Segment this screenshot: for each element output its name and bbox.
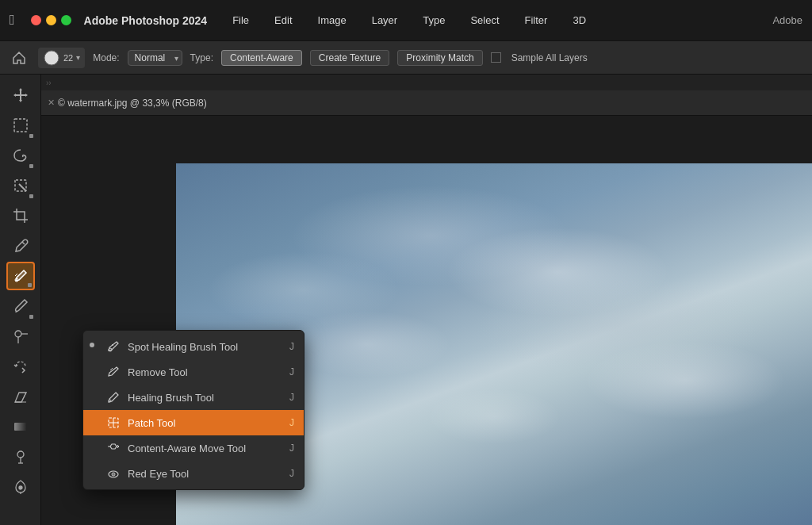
patch-tool-menu-item[interactable]: Patch Tool J [83,410,304,435]
spot-healing-icon [105,339,121,354]
remove-tool-icon [105,364,121,380]
tool-indicator [29,134,33,138]
eraser-tool-button[interactable] [6,382,35,411]
panel-collapse-icon[interactable]: ›› [46,79,52,87]
spot-healing-brush-label: Spot Healing Brush Tool [128,341,238,353]
healing-brush-shortcut: J [289,392,294,403]
dodge-tool-button[interactable] [6,443,35,471]
tool-indicator [29,315,33,319]
svg-point-7 [19,486,22,489]
remove-tool-shortcut: J [289,366,294,377]
spot-healing-shortcut: J [289,341,294,352]
lasso-tool-button[interactable] [6,141,35,170]
maximize-button[interactable] [61,15,71,25]
type-label: Type: [190,52,213,63]
spot-healing-brush-tool-menu-item[interactable]: Spot Healing Brush Tool J [83,334,304,359]
svg-rect-1 [14,119,27,132]
red-eye-tool-label: Red Eye Tool [128,468,189,480]
type-create-texture-button[interactable]: Create Texture [310,50,390,66]
sample-all-layers-checkbox[interactable] [491,52,501,63]
menu-filter[interactable]: Filter [519,11,554,29]
tab-bar: ✕ © watermark.jpg @ 33,3% (RGB/8) [41,90,812,116]
healing-brush-tool-menu-item[interactable]: Healing Brush Tool J [83,385,304,410]
tool-flyout-menu: Spot Healing Brush Tool J Remove Tool J [82,330,304,490]
brush-size-label: 22 [63,53,73,63]
left-toolbar [0,75,41,525]
options-bar: 22 ▾ Mode: Normal Type: Content-Aware Cr… [0,41,812,75]
object-select-tool-button[interactable] [6,171,35,200]
svg-point-15 [113,473,114,475]
pen-tool-button[interactable] [6,473,35,501]
title-bar:  Adobe Photoshop 2024 File Edit Image L… [0,0,812,41]
red-eye-tool-icon [105,466,121,481]
healing-brush-icon [105,389,121,405]
sample-all-layers-checkbox-area[interactable]: Sample All Layers [491,52,588,63]
eyedropper-tool-button[interactable] [6,232,35,260]
type-content-aware-button[interactable]: Content-Aware [221,50,302,66]
healing-brush-tool-button[interactable] [6,262,35,290]
apple-icon:  [10,12,15,29]
content-aware-move-icon [105,440,121,456]
content-aware-move-label: Content-Aware Move Tool [128,443,246,454]
svg-rect-5 [14,423,27,431]
brush-tool-button[interactable] [6,292,35,320]
svg-point-4 [15,331,21,337]
document-tab[interactable]: © watermark.jpg @ 33,3% (RGB/8) [58,98,207,109]
menu-select[interactable]: Select [464,11,505,29]
history-brush-tool-button[interactable] [6,352,35,381]
healing-brush-label: Healing Brush Tool [128,392,214,404]
tab-close-icon[interactable]: ✕ [48,98,55,108]
home-button[interactable] [8,47,30,69]
menu-image[interactable]: Image [312,11,353,29]
tool-indicator [29,194,33,198]
patch-tool-shortcut: J [289,417,294,428]
mode-label: Mode: [93,52,119,63]
sample-all-layers-label: Sample All Layers [511,52,588,63]
main-area: ›› ✕ © watermark.jpg @ 33,3% (RGB/8) [0,75,812,525]
red-eye-tool-menu-item[interactable]: Red Eye Tool J [83,461,304,486]
gradient-tool-button[interactable] [6,412,35,441]
remove-tool-label: Remove Tool [128,366,188,378]
svg-point-0 [44,51,59,65]
content-aware-move-tool-menu-item[interactable]: Content-Aware Move Tool J [83,435,304,461]
clone-stamp-tool-button[interactable] [6,322,35,351]
close-button[interactable] [31,15,41,25]
tool-indicator [29,164,33,168]
brush-selector[interactable]: 22 ▾ [38,48,85,68]
remove-tool-menu-item[interactable]: Remove Tool J [83,359,304,385]
tool-indicator [28,283,32,287]
crop-tool-button[interactable] [6,201,35,230]
adobe-label: Adobe [772,14,802,26]
content-panel: ›› ✕ © watermark.jpg @ 33,3% (RGB/8) [41,75,812,525]
mode-select[interactable]: Normal [128,50,182,66]
svg-point-9 [109,400,111,402]
menu-layer[interactable]: Layer [366,11,404,29]
app-name: Adobe Photoshop 2024 [84,14,208,27]
minimize-button[interactable] [46,15,56,25]
brush-chevron-icon: ▾ [76,53,80,62]
red-eye-tool-shortcut: J [289,468,294,479]
menu-type[interactable]: Type [416,11,451,29]
menu-file[interactable]: File [226,11,255,29]
mode-select-wrapper[interactable]: Normal [128,50,182,66]
svg-point-6 [17,451,24,458]
marquee-tool-button[interactable] [6,111,35,140]
patch-tool-icon [105,415,121,431]
patch-tool-label: Patch Tool [128,417,175,429]
content-aware-move-shortcut: J [289,443,294,454]
menu-3d[interactable]: 3D [566,11,592,29]
move-tool-button[interactable] [6,81,35,109]
traffic-lights [31,15,71,25]
canvas-area: Spot Healing Brush Tool J Remove Tool J [41,116,812,525]
menu-edit[interactable]: Edit [268,11,298,29]
type-proximity-match-button[interactable]: Proximity Match [397,50,482,66]
